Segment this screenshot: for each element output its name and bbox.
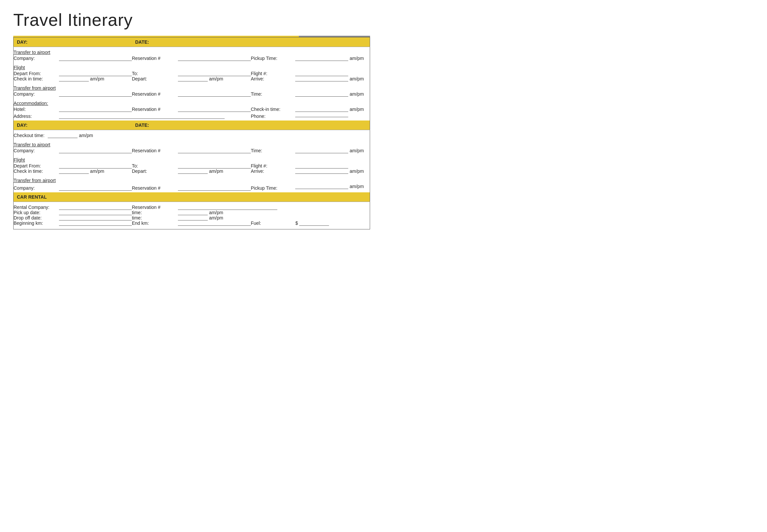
day1-flight-to-field[interactable] (178, 71, 251, 76)
day1-transfer-from-time-field[interactable]: am/pm (295, 91, 370, 97)
car-rental-time1-label: time: (132, 210, 178, 215)
car-rental-pickup-date-label: Pick up date: (14, 210, 59, 215)
car-rental-company-label: Rental Company: (14, 202, 59, 210)
day1-transfer-to-company-label: Company: (14, 56, 59, 61)
day1-accom-checkin-label: Check-in time: (251, 107, 295, 112)
day1-transfer-from-company-field[interactable] (59, 91, 132, 97)
day1-flight-ampm3: am/pm (350, 76, 364, 81)
day1-accom-hotel-field[interactable] (59, 107, 132, 112)
day1-flight-depart-label: Depart From: (14, 71, 59, 76)
day2-flight-ampm2: am/pm (209, 169, 223, 174)
day2-transfer-to-reservation-field[interactable] (178, 148, 251, 153)
day2-flight-depart-field[interactable] (59, 163, 132, 169)
day1-flight-to-label: To: (132, 71, 178, 76)
day2-transfer-from-reservation-label: Reservation # (132, 184, 178, 192)
car-rental-dropoff-date-field[interactable] (59, 215, 132, 220)
day2-flight-checkin-field[interactable]: am/pm (59, 169, 132, 174)
day2-flight-ampm3: am/pm (350, 169, 364, 174)
day2-transfer-to-time-field[interactable]: am/pm (295, 148, 370, 153)
day1-transfer-to-title-row: Transfer to airport (14, 47, 370, 56)
day1-transfer-from-title-row: Transfer from airport (14, 84, 370, 91)
day2-flight-depart-field2[interactable]: am/pm (178, 169, 251, 174)
day2-transfer-from-pickup-field[interactable]: am/pm (295, 184, 370, 192)
day2-transfer-from-ampm: am/pm (350, 184, 364, 189)
day2-transfer-to-company-field[interactable] (59, 148, 132, 153)
day1-transfer-from-reservation-field[interactable] (178, 91, 251, 97)
day2-checkout-ampm: am/pm (79, 133, 93, 138)
day1-accom-title: Accommodation: (14, 101, 48, 106)
day2-transfer-to-reservation-label: Reservation # (132, 148, 178, 153)
day2-flight-to-label: To: (132, 163, 178, 169)
car-rental-end-km-field[interactable] (178, 220, 251, 229)
day2-header-row: DAY: DATE: (14, 121, 370, 130)
day1-transfer-from-reservation-label: Reservation # (132, 91, 178, 97)
day2-transfer-from-company-label: Company: (14, 184, 59, 192)
day1-flight-arrive-field[interactable]: am/pm (295, 76, 370, 81)
day1-accom-address-field2[interactable] (132, 112, 251, 121)
day1-flight-ampm2: am/pm (209, 76, 223, 81)
car-rental-reservation-field[interactable] (178, 202, 370, 210)
car-rental-end-km-label: End km: (132, 220, 178, 229)
day1-transfer-to-pickup-field[interactable]: am/pm (295, 56, 370, 61)
car-rental-company-field[interactable] (59, 202, 132, 210)
car-rental-dollar: $ (295, 220, 298, 226)
day2-transfer-from-reservation-field[interactable] (178, 184, 251, 192)
day1-transfer-to-ampm: am/pm (350, 56, 364, 61)
day1-flight-depart-field2[interactable]: am/pm (178, 76, 251, 81)
day1-accom-reservation-field[interactable] (178, 107, 251, 112)
day2-flight-checkin-label: Check in time: (14, 169, 59, 174)
itinerary-table: DAY: DATE: Transfer to airport Company: … (13, 37, 370, 229)
day1-flight-checkin-field[interactable]: am/pm (59, 76, 132, 81)
day2-checkout-label: Checkout time: am/pm (14, 130, 132, 138)
day1-transfer-from-ampm: am/pm (350, 91, 364, 97)
day2-flight-row1: Depart From: To: Flight #: (14, 163, 370, 169)
day1-accom-ampm: am/pm (350, 107, 364, 112)
day1-accom-checkin-field[interactable]: am/pm (295, 107, 370, 112)
car-rental-beginning-km-field[interactable] (59, 220, 132, 229)
day2-flight-num-label: Flight #: (251, 163, 295, 169)
day2-transfer-to-time-label: Time: (251, 148, 295, 153)
day1-transfer-from-time-label: Time: (251, 91, 295, 97)
day1-day-label: DAY: (14, 37, 132, 47)
day2-date-label: DATE: (132, 121, 370, 130)
day1-transfer-from-title: Transfer from airport (14, 85, 56, 91)
car-rental-beginning-km-label: Beginning km: (14, 220, 59, 229)
day1-accom-address-field[interactable] (59, 112, 132, 121)
day1-accom-reservation-label: Reservation # (132, 107, 178, 112)
car-rental-time2-field[interactable]: am/pm (178, 215, 251, 220)
day1-accom-address-label: Address: (14, 112, 59, 121)
day1-transfer-to-company-field[interactable] (59, 56, 132, 61)
day1-flight-arrive-label: Arrive: (251, 76, 295, 81)
car-rental-time2-label: time: (132, 215, 178, 220)
day2-transfer-from-title: Transfer from airport (14, 178, 56, 183)
day1-transfer-to-title: Transfer to airport (14, 50, 50, 55)
day2-transfer-to-title-row: Transfer to airport (14, 141, 370, 148)
day1-accom-phone-field[interactable] (295, 112, 370, 121)
day2-flight-num-field[interactable] (295, 163, 370, 169)
day2-flight-arrive-field[interactable]: am/pm (295, 169, 370, 174)
day2-transfer-to-company-label: Company: (14, 148, 59, 153)
day1-flight-num-field[interactable] (295, 71, 370, 76)
car-rental-time1-field[interactable]: am/pm (178, 210, 251, 215)
car-rental-header-row: CAR RENTAL (14, 192, 370, 202)
car-rental-row4: Beginning km: End km: Fuel: $ (14, 220, 370, 229)
day2-flight-title: Flight (14, 157, 25, 163)
day1-transfer-from-company-label: Company: (14, 91, 59, 97)
day1-transfer-to-reservation-field[interactable] (178, 56, 251, 61)
day2-transfer-from-company-field[interactable] (59, 184, 132, 192)
day1-flight-title-row: Flight (14, 64, 370, 71)
car-rental-pickup-date-field[interactable] (59, 210, 132, 215)
day2-checkout-row: Checkout time: am/pm (14, 130, 370, 138)
car-rental-ampm2: am/pm (209, 215, 223, 220)
car-rental-dropoff-date-label: Drop off date: (14, 215, 59, 220)
car-rental-row3: Drop off date: time: am/pm (14, 215, 370, 220)
day2-transfer-from-row: Company: Reservation # Pickup Time: am/p… (14, 184, 370, 192)
day1-flight-depart-field[interactable] (59, 71, 132, 76)
car-rental-fuel-field[interactable]: $ (295, 220, 370, 229)
day1-flight-row2: Check in time: am/pm Depart: am/pm Arriv… (14, 76, 370, 81)
day2-transfer-from-title-row: Transfer from airport (14, 176, 370, 184)
day2-flight-to-field[interactable] (178, 163, 251, 169)
day2-transfer-to-ampm: am/pm (350, 148, 364, 153)
day1-transfer-from-row: Company: Reservation # Time: am/pm (14, 91, 370, 97)
day2-flight-depart-label2: Depart: (132, 169, 178, 174)
